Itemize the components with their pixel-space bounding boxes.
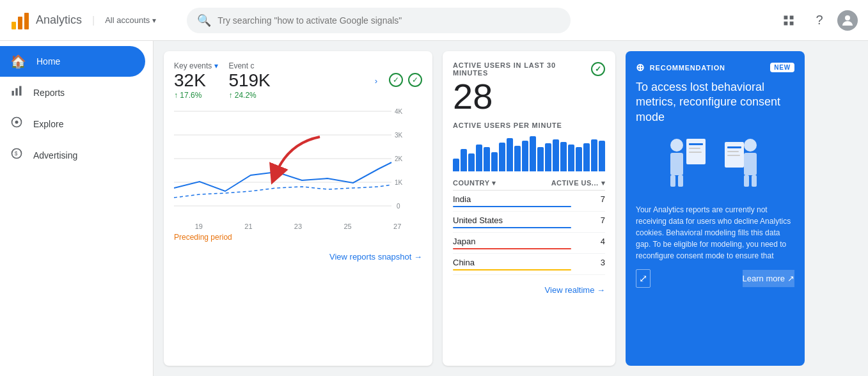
metric-next-button[interactable]: › <box>368 73 384 88</box>
table-row: United States 7 <box>453 212 605 233</box>
country-bar <box>453 248 571 249</box>
country-active-count: 7 <box>601 215 605 228</box>
event-count-metric: Event c 519K ↑ 24.2% <box>228 61 270 100</box>
svg-rect-8 <box>12 91 14 96</box>
country-name: United States <box>453 215 601 225</box>
main-content: Key events ▾ 32K ↑ 17.6% Event c 519K ↑ … <box>154 41 868 376</box>
topbar: Analytics | All accounts ▾ 🔍 ? <box>0 0 868 41</box>
expand-icon[interactable]: ⤢ <box>636 269 651 288</box>
metrics-check2-icon: ✓ <box>408 73 422 87</box>
view-reports-link[interactable]: View reports snapshot → <box>329 252 422 262</box>
svg-rect-33 <box>689 152 702 153</box>
svg-rect-1 <box>18 17 22 29</box>
account-selector[interactable]: All accounts ▾ <box>100 13 161 27</box>
bar-chart-bar <box>560 142 567 171</box>
svg-rect-28 <box>670 175 675 187</box>
view-realtime-link[interactable]: View realtime → <box>545 285 605 295</box>
sidebar-item-reports[interactable]: Reports <box>0 77 145 108</box>
active-col-header[interactable]: ACTIVE US... ▾ <box>551 179 605 187</box>
analytics-logo-icon <box>10 10 31 31</box>
chart-container: 4K 3K 2K 1K 0 <box>174 105 422 220</box>
svg-rect-31 <box>689 143 703 145</box>
rec-header-icon: ⊕ <box>636 61 645 74</box>
realtime-header: ACTIVE USERS IN LAST 30 MINUTES ✓ <box>453 61 605 77</box>
country-bar <box>453 206 571 207</box>
svg-rect-29 <box>678 175 683 187</box>
svg-rect-27 <box>670 153 683 175</box>
key-events-label: Key events ▾ <box>174 61 218 70</box>
event-count-change: ↑ 24.2% <box>228 91 270 100</box>
svg-rect-41 <box>727 155 740 156</box>
svg-text:2K: 2K <box>395 155 403 162</box>
app-title: Analytics <box>36 13 82 27</box>
svg-point-12 <box>15 121 19 124</box>
svg-rect-35 <box>744 153 757 175</box>
user-icon <box>840 13 855 28</box>
reports-icon <box>10 84 23 100</box>
bar-chart-bar <box>507 138 513 171</box>
svg-point-26 <box>670 139 683 152</box>
key-events-dropdown-icon[interactable]: ▾ <box>214 61 218 70</box>
svg-rect-40 <box>727 151 739 152</box>
bar-chart-bar <box>461 149 467 171</box>
account-label: All accounts <box>105 15 150 25</box>
sidebar: 🏠 Home Reports Explore $ Advertising <box>0 41 154 376</box>
sidebar-advertising-label: Advertising <box>33 150 77 161</box>
svg-rect-4 <box>790 15 794 19</box>
bar-chart-bar <box>522 141 528 171</box>
help-button[interactable]: ? <box>807 8 832 33</box>
rec-header-label: RECOMMENDATION <box>650 64 725 72</box>
bar-chart-bar <box>583 143 590 171</box>
country-bar <box>453 269 571 270</box>
external-link-icon: ↗ <box>787 274 794 283</box>
country-active-count: 3 <box>601 258 605 270</box>
metrics-header: Key events ▾ 32K ↑ 17.6% Event c 519K ↑ … <box>174 61 422 100</box>
bar-chart-bar <box>530 136 536 171</box>
metrics-check-icon: ✓ <box>389 73 403 87</box>
bar-chart-bar <box>514 146 521 171</box>
per-minute-label: ACTIVE USERS PER MINUTE <box>453 121 605 129</box>
active-users-count: 28 <box>453 77 605 116</box>
bar-chart-bar <box>468 153 475 171</box>
svg-point-7 <box>845 15 850 20</box>
rec-title: To access lost behavioral metrics, recon… <box>636 80 794 125</box>
table-header: COUNTRY ▾ ACTIVE US... ▾ <box>453 176 605 191</box>
search-input[interactable] <box>217 15 560 26</box>
metrics-card: Key events ▾ 32K ↑ 17.6% Event c 519K ↑ … <box>164 51 432 366</box>
search-icon: 🔍 <box>197 13 211 27</box>
bar-chart-bar <box>591 139 597 171</box>
svg-text:0: 0 <box>397 203 400 210</box>
rec-footer: ⤢ Learn more ↗ <box>636 269 794 288</box>
country-name: Japan <box>453 237 601 246</box>
country-active-count: 4 <box>601 237 605 249</box>
svg-rect-39 <box>727 146 741 148</box>
country-col-header[interactable]: COUNTRY ▾ <box>453 179 496 187</box>
apps-grid-button[interactable] <box>776 8 801 33</box>
svg-rect-0 <box>12 22 16 29</box>
search-bar: 🔍 <box>187 8 571 33</box>
bar-chart-bar <box>553 139 559 171</box>
chart-x-labels: 19 21 23 25 27 <box>174 223 422 230</box>
learn-more-button[interactable]: Learn more ↗ <box>743 270 794 287</box>
country-name: China <box>453 258 601 267</box>
bar-chart-bar <box>568 145 574 171</box>
svg-text:1K: 1K <box>395 179 403 186</box>
rec-header: ⊕ RECOMMENDATION New <box>636 61 794 74</box>
event-count-label: Event c <box>228 61 270 70</box>
realtime-card: ACTIVE USERS IN LAST 30 MINUTES ✓ 28 ACT… <box>443 51 615 366</box>
country-sort-icon: ▾ <box>492 179 496 187</box>
svg-text:4K: 4K <box>395 108 403 115</box>
bar-chart-bar <box>499 143 505 171</box>
sidebar-item-explore[interactable]: Explore <box>0 108 145 139</box>
rec-body: Your Analytics reports are currently not… <box>636 204 794 262</box>
bar-chart-bar <box>599 141 605 171</box>
country-name: India <box>453 194 601 204</box>
sidebar-item-advertising[interactable]: $ Advertising <box>0 139 145 171</box>
account-chevron-icon: ▾ <box>152 16 156 25</box>
svg-rect-9 <box>15 88 17 96</box>
sidebar-item-home[interactable]: 🏠 Home <box>0 46 145 77</box>
help-icon: ? <box>816 13 823 27</box>
avatar[interactable] <box>837 10 858 31</box>
bar-chart-bar <box>537 147 544 171</box>
grid-icon <box>782 14 795 27</box>
